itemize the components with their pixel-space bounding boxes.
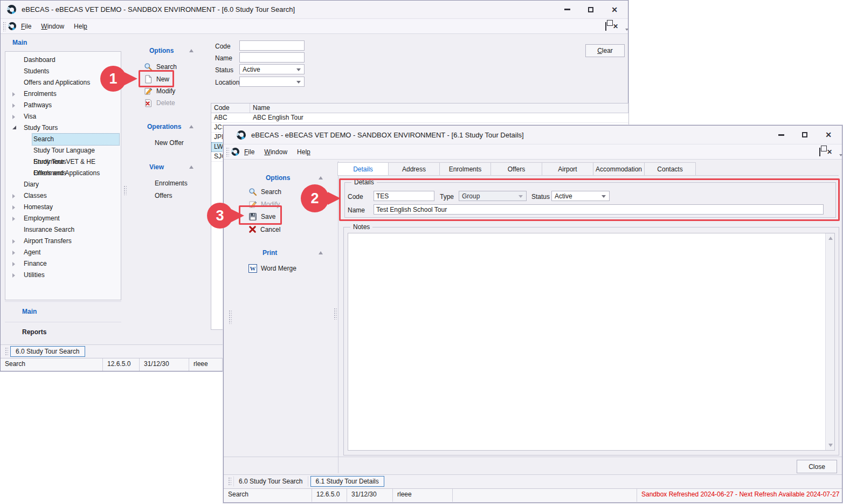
chevron-expanded-icon[interactable] (12, 126, 16, 129)
menu-help[interactable]: Help (292, 146, 315, 158)
mdi-close-icon[interactable]: ✕ (613, 23, 618, 30)
scroll-up-icon[interactable] (828, 237, 833, 240)
notes-scrollbar[interactable] (825, 233, 834, 450)
chevron-right-icon[interactable] (12, 205, 15, 210)
collapse-icon[interactable] (189, 49, 194, 52)
table-header[interactable]: Code Name (211, 103, 628, 113)
splitter-grip[interactable] (334, 308, 337, 320)
collapse-icon[interactable] (319, 176, 323, 179)
tabbar-grip[interactable] (228, 477, 231, 486)
tree-item-dashboard[interactable]: Dashboard (5, 54, 121, 66)
minimize-button[interactable] (559, 4, 575, 16)
notes-textarea[interactable] (348, 233, 835, 451)
tree-item-st-offers-applications[interactable]: Offers and Applications (5, 168, 121, 179)
tab-details[interactable]: Details (337, 162, 389, 176)
code-input[interactable] (374, 191, 434, 201)
tree-item-st-language-enrolments[interactable]: Study Tour Language Enrolments (5, 145, 121, 156)
menu-window[interactable]: Window (259, 146, 292, 158)
doc-tab-study-tour-search[interactable]: 6.0 Study Tour Search (233, 476, 308, 487)
new-offer-action[interactable]: New Offer (155, 139, 184, 147)
tab-offers[interactable]: Offers (491, 162, 542, 176)
new-action[interactable]: New (144, 75, 169, 84)
tree-item-visa[interactable]: Visa (5, 111, 121, 122)
word-merge-action[interactable]: W Word Merge (248, 264, 296, 273)
code-input[interactable] (239, 40, 305, 51)
chevron-right-icon[interactable] (12, 217, 15, 221)
column-header-code[interactable]: Code (211, 103, 250, 113)
chevron-right-icon[interactable] (12, 251, 15, 255)
search-action[interactable]: Search (248, 188, 281, 196)
name-input[interactable] (239, 52, 305, 63)
menu-help[interactable]: Help (69, 20, 92, 32)
save-action[interactable]: Save (248, 212, 275, 221)
status-select[interactable]: Active (239, 64, 305, 74)
modify-action[interactable]: Modify (144, 87, 175, 95)
tree-item-agent[interactable]: Agent (5, 247, 121, 258)
chevron-right-icon[interactable] (12, 103, 15, 108)
tree-item-search[interactable]: Search (5, 134, 121, 145)
minimize-button[interactable] (773, 129, 789, 141)
tree-item-employment[interactable]: Employment (5, 213, 121, 224)
maximize-button[interactable] (583, 4, 599, 16)
chevron-right-icon[interactable] (12, 92, 15, 96)
menubar-grip[interactable] (3, 22, 6, 31)
type-select[interactable]: Group (459, 191, 527, 201)
menubar-grip[interactable] (226, 147, 229, 157)
mdi-restore-icon[interactable] (819, 148, 820, 156)
clear-button[interactable]: Clear (585, 44, 625, 57)
mdi-restore-icon[interactable] (605, 23, 606, 30)
close-form-button[interactable]: Close (797, 460, 837, 473)
tab-airport[interactable]: Airport (542, 162, 593, 176)
tree-item-airport-transfers[interactable]: Airport Transfers (5, 236, 121, 247)
cancel-action[interactable]: Cancel (248, 225, 280, 233)
close-button[interactable]: ✕ (820, 129, 837, 141)
tree-item-homestay[interactable]: Homestay (5, 202, 121, 213)
collapse-icon[interactable] (189, 165, 194, 169)
collapse-icon[interactable] (189, 125, 194, 128)
splitter[interactable] (338, 161, 338, 473)
tree-item-diary[interactable]: Diary (5, 179, 121, 190)
menu-file[interactable]: File (16, 20, 36, 32)
table-row[interactable]: ABCABC English Tour (211, 113, 628, 123)
nav-footer-main[interactable]: Main (5, 301, 121, 321)
tabbar-grip[interactable] (5, 347, 8, 356)
maximize-button[interactable] (797, 129, 813, 141)
splitter-grip[interactable] (123, 185, 127, 195)
app-menu-icon[interactable] (231, 148, 239, 156)
tree-item-study-tours[interactable]: Study Tours (5, 122, 121, 134)
nav-footer-reports[interactable]: Reports (5, 322, 121, 341)
chevron-right-icon[interactable] (12, 273, 15, 278)
menu-window[interactable]: Window (36, 20, 69, 32)
tree-item-st-vet-he-enrolments[interactable]: Study Tour VET & HE Enrolments (5, 156, 121, 168)
search-action[interactable]: Search (144, 63, 177, 71)
chevron-right-icon[interactable] (12, 194, 15, 198)
tab-accommodation[interactable]: Accommodation (593, 162, 645, 176)
app-menu-icon[interactable] (8, 22, 16, 30)
tree-item-pathways[interactable]: Pathways (5, 100, 121, 111)
tree-item-classes[interactable]: Classes (5, 190, 121, 202)
collapse-icon[interactable] (319, 251, 323, 254)
view-offers-action[interactable]: Offers (155, 192, 172, 199)
column-header-name[interactable]: Name (250, 103, 628, 113)
status-select[interactable]: Active (551, 191, 610, 201)
view-enrolments-action[interactable]: Enrolments (155, 179, 188, 187)
delete-action[interactable]: Delete (144, 99, 175, 107)
close-button[interactable]: ✕ (606, 4, 623, 16)
doc-tab-study-tour-details[interactable]: 6.1 Study Tour Details (310, 476, 384, 487)
panel-grip[interactable] (229, 310, 232, 324)
modify-action[interactable]: Modify (248, 200, 280, 209)
chevron-right-icon[interactable] (12, 262, 15, 266)
chevron-right-icon[interactable] (12, 239, 15, 244)
scroll-down-icon[interactable] (828, 444, 833, 447)
name-input[interactable] (374, 204, 824, 215)
menu-file[interactable]: File (239, 146, 259, 158)
tab-address[interactable]: Address (389, 162, 440, 176)
tree-item-utilities[interactable]: Utilities (5, 270, 121, 281)
mdi-close-icon[interactable]: ✕ (827, 148, 832, 156)
tree-item-insurance-search[interactable]: Insurance Search (5, 224, 121, 236)
tab-enrolments[interactable]: Enrolments (440, 162, 491, 176)
tab-contacts[interactable]: Contacts (645, 162, 696, 176)
doc-tab-study-tour-search[interactable]: 6.0 Study Tour Search (10, 346, 85, 357)
location-select[interactable] (239, 77, 305, 87)
chevron-right-icon[interactable] (12, 115, 15, 119)
